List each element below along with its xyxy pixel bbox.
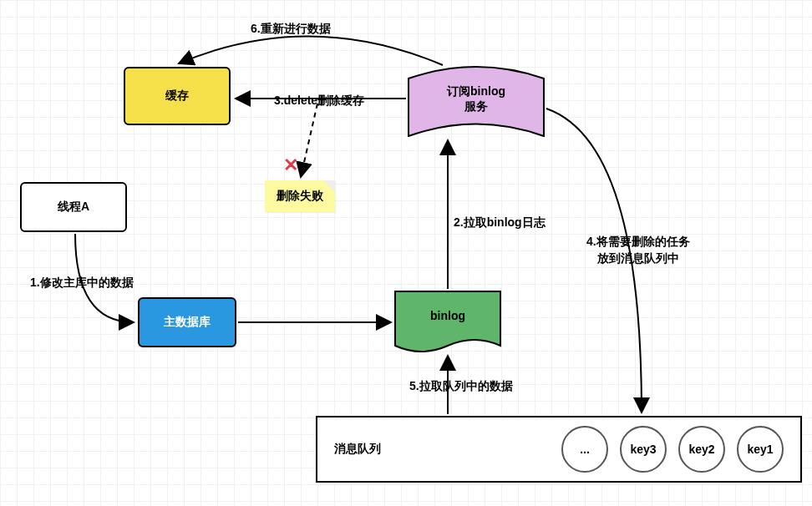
main-db-node: 主数据库 xyxy=(138,297,236,347)
queue-slot-key3: key3 xyxy=(620,426,667,473)
cache-label: 缓存 xyxy=(165,89,189,104)
binlog-node xyxy=(394,291,501,361)
subscribe-l2: 服务 xyxy=(464,99,488,113)
step6-label: 6.重新进行数据 xyxy=(251,22,331,37)
step4-l1: 4.将需要删除的任务 xyxy=(586,235,690,248)
step1-label: 1.修改主库中的数据 xyxy=(30,276,134,291)
queue-title: 消息队列 xyxy=(334,442,381,457)
queue-slot-key1: key1 xyxy=(737,426,784,473)
step4-l2: 放到消息队列中 xyxy=(597,251,679,265)
thread-a-label: 线程A xyxy=(58,200,89,215)
subscribe-l1: 订阅binlog xyxy=(447,84,505,98)
cross-icon: ✕ xyxy=(283,154,298,176)
main-db-label: 主数据库 xyxy=(164,315,211,330)
thread-a-node: 线程A xyxy=(20,182,127,232)
delete-fail-text: 删除失败 xyxy=(277,189,323,202)
queue-slot-key2: key2 xyxy=(678,426,725,473)
cache-node: 缓存 xyxy=(124,67,231,125)
binlog-label: binlog xyxy=(394,309,501,322)
step4-label: 4.将需要删除的任务 放到消息队列中 xyxy=(586,234,690,266)
step5-label: 5.拉取队列中的数据 xyxy=(409,379,513,394)
subscribe-label: 订阅binlog 服务 xyxy=(408,83,545,114)
message-queue-box: 消息队列 ... key3 key2 key1 xyxy=(316,416,802,483)
queue-slot-ellipsis: ... xyxy=(561,426,608,473)
step3-label: 3.delete删除缓存 xyxy=(274,94,364,109)
step2-label: 2.拉取binlog日志 xyxy=(454,215,546,230)
delete-fail-note: 删除失败 xyxy=(265,180,335,212)
